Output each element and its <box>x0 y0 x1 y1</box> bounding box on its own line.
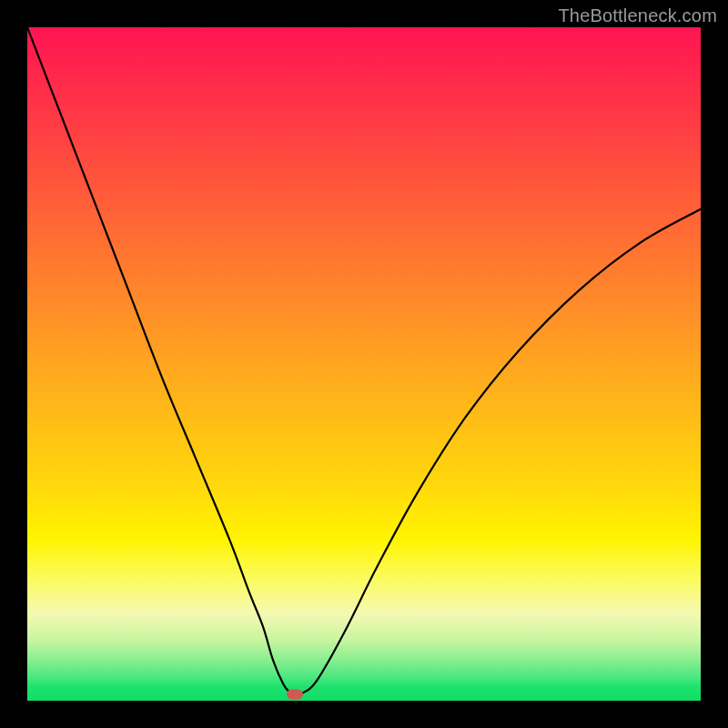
plot-area <box>27 27 701 701</box>
watermark-text: TheBottleneck.com <box>558 5 717 26</box>
optimal-point-marker <box>287 690 303 700</box>
bottleneck-curve <box>27 27 701 695</box>
curve-layer <box>27 27 701 701</box>
chart-frame: TheBottleneck.com <box>0 0 728 728</box>
